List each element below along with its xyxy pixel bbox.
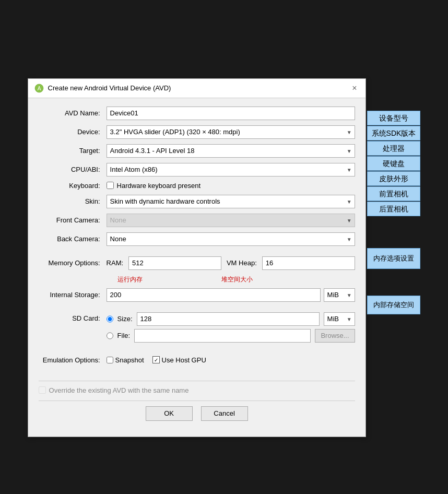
memory-label: Memory Options: [39,259,107,267]
memory-row: Memory Options: RAM: VM Heap: [39,256,355,270]
cpu-row: CPU/ABI: Intel Atom (x86) ▼ [39,163,355,177]
sdcard-unit-wrapper: MiB GiB ▼ [324,312,355,326]
device-row: Device: 3.2" HVGA slider (ADP1) (320 × 4… [39,125,355,139]
sdcard-size-radio[interactable] [107,315,113,323]
button-row: OK Cancel [39,401,355,428]
target-control: Android 4.3.1 - API Level 18 ▼ [107,144,355,158]
internal-storage-row: Internal Storage: MiB GiB ▼ [39,288,355,302]
skin-select[interactable]: Skin with dynamic hardware controls [107,195,355,208]
target-label: Target: [39,147,107,155]
override-checkbox[interactable] [39,386,46,394]
side-front-camera: 前置相机 [367,186,421,201]
internal-storage-unit-select[interactable]: MiB GiB [324,288,355,302]
use-host-gpu-label: Use Host GPU [162,356,206,364]
keyboard-checkbox[interactable] [107,182,114,189]
front-camera-label: Front Camera: [39,216,107,224]
internal-storage-input[interactable] [107,288,321,302]
vmheap-annotation: 堆空间大小 [216,275,258,284]
close-button[interactable]: × [350,83,359,93]
use-host-gpu-checkbox[interactable]: ✓ [152,356,160,363]
device-control: 3.2" HVGA slider (ADP1) (320 × 480: mdpi… [107,125,355,139]
dialog-body: AVD Name: Device: 3.2" HVGA slider (ADP1… [28,98,366,437]
device-select[interactable]: 3.2" HVGA slider (ADP1) (320 × 480: mdpi… [107,125,355,139]
side-processor: 处理器 [367,141,421,156]
keyboard-control: Hardware keyboard present [107,182,355,190]
cpu-control: Intel Atom (x86) ▼ [107,163,355,177]
sdcard-size-input[interactable] [137,312,320,326]
vm-heap-input[interactable] [262,256,355,270]
divider-2 [39,307,355,312]
sdcard-file-row: File: Browse... [107,329,355,343]
sdcard-row: SD Card: Size: MiB GiB ▼ [39,312,355,346]
back-camera-control: None ▼ [107,232,355,246]
avd-dialog: A Create new Android Virtual Device (AVD… [28,78,366,437]
cpu-label: CPU/ABI: [39,166,107,173]
sdcard-size-label: Size: [117,315,133,323]
cpu-select[interactable]: Intel Atom (x86) [107,163,355,177]
screen-wrapper: A Create new Android Virtual Device (AVD… [28,78,421,437]
override-checkbox-row: Override the existing AVD with the same … [39,386,355,394]
ram-annotation: 运行内存 [107,275,154,284]
avd-name-input[interactable] [107,107,355,120]
ram-label: RAM: [107,259,124,267]
emulation-row: Emulation Options: Snapshot ✓ Use Host G… [39,356,355,364]
avd-name-control [107,107,355,120]
internal-storage-control: MiB GiB ▼ [107,288,355,302]
front-camera-control: None ▼ [107,214,355,227]
skin-control: Skin with dynamic hardware controls ▼ [107,195,355,208]
sdcard-label: SD Card: [39,312,107,322]
snapshot-item: Snapshot [107,356,144,364]
skin-row: Skin: Skin with dynamic hardware control… [39,195,355,208]
emulation-control: Snapshot ✓ Use Host GPU [107,356,355,364]
side-skin: 皮肤外形 [367,171,421,186]
avd-name-label: AVD Name: [39,109,107,117]
side-memory-options: 内存选项设置 [367,248,421,269]
sdcard-file-input[interactable] [134,329,311,343]
memory-annotation-row: 运行内存 堆空间大小 [39,275,355,284]
ok-button[interactable]: OK [146,406,193,421]
back-camera-label: Back Camera: [39,235,107,243]
side-keyboard: 硬键盘 [367,156,421,171]
back-camera-select[interactable]: None [107,232,355,246]
snapshot-checkbox[interactable] [107,357,113,363]
sdcard-size-row: Size: MiB GiB ▼ [107,312,355,326]
front-camera-row: Front Camera: None ▼ [39,214,355,227]
side-target-sdk: 系统SDK版本 [367,126,421,140]
back-camera-row: Back Camera: None ▼ [39,232,355,246]
sdcard-control: Size: MiB GiB ▼ File: [107,312,355,346]
svg-text:A: A [37,86,41,91]
keyboard-label: Keyboard: [39,182,107,190]
keyboard-row: Keyboard: Hardware keyboard present [39,182,355,190]
sdcard-file-radio[interactable] [107,332,113,339]
android-icon: A [34,84,44,93]
storage-inputs: MiB GiB ▼ [107,288,355,302]
target-row: Target: Android 4.3.1 - API Level 18 ▼ [39,144,355,158]
avd-name-row: AVD Name: [39,107,355,120]
storage-unit-wrapper: MiB GiB ▼ [324,288,355,302]
use-host-gpu-item: ✓ Use Host GPU [152,356,206,364]
divider-4 [39,369,355,374]
emulation-label: Emulation Options: [39,356,107,364]
override-label: Override the existing AVD with the same … [49,386,189,394]
divider-3 [39,351,355,356]
title-bar-left: A Create new Android Virtual Device (AVD… [34,84,171,93]
memory-inputs: RAM: VM Heap: [107,256,355,270]
front-camera-select: None [107,214,355,227]
title-bar: A Create new Android Virtual Device (AVD… [28,79,366,98]
side-annotations: 设备型号 系统SDK版本 处理器 硬键盘 皮肤外形 前置相机 后置相机 内存选项… [367,111,421,315]
sdcard-size-unit-select[interactable]: MiB GiB [324,312,355,326]
internal-storage-label: Internal Storage: [39,291,107,299]
cancel-button[interactable]: Cancel [201,406,248,421]
browse-button[interactable]: Browse... [315,329,355,343]
ram-input[interactable] [128,256,221,270]
keyboard-checkbox-label: Hardware keyboard present [117,182,201,190]
override-row: Override the existing AVD with the same … [39,381,355,398]
vm-heap-label: VM Heap: [227,259,257,267]
snapshot-label: Snapshot [115,356,144,364]
side-spacer-2 [367,269,421,296]
side-back-camera: 后置相机 [367,202,421,216]
divider-1 [39,251,355,256]
side-device-type: 设备型号 [367,111,421,125]
device-label: Device: [39,128,107,136]
target-select[interactable]: Android 4.3.1 - API Level 18 [107,144,355,158]
